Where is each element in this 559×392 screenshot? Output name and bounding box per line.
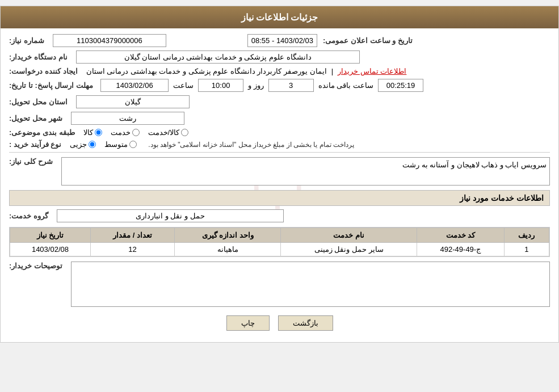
shahr-tahvil-value: رشت [71,112,184,125]
farayand-motavasset-option[interactable]: متوسط [104,140,137,149]
shomare-niaz-value: 1103004379000006 [53,34,166,47]
roz-value: 3 [268,79,314,92]
page-title: جزئیات اطلاعات نیاز [1,6,558,28]
tabaqe-khadamat-label: خدمت [111,128,131,137]
nam-dastgah-label: نام دستگاه خریدار: [9,53,68,61]
tabaqe-kala-option[interactable]: کالا [83,128,102,137]
col-tedad: تعداد / مقدار [90,228,174,243]
tosifat-textarea[interactable] [71,262,550,307]
sharh-koli-value: سرویس ایاب و ذهاب لاهیجان و آستانه به رش… [61,157,550,186]
baghimande-value: 00:25:19 [378,79,423,92]
roz-label: روز و [248,81,264,90]
tabaqe-kala-khadamat-radio[interactable] [181,129,188,136]
farayand-motavasset-label: متوسط [104,140,128,149]
chap-button[interactable]: چاپ [226,315,270,331]
col-nam-khadamat: نام خدمت [281,228,417,243]
farayand-jazee-radio[interactable] [89,141,96,148]
grohe-khadamat-value: حمل و نقل و انبارداری [57,209,284,222]
tabaqe-khadamat-option[interactable]: خدمت [111,128,140,137]
col-radif: ردیف [504,228,549,243]
farayand-jazee-label: جزیی [70,140,87,149]
nam-dastgah-value: دانشگاه علوم پزشکی و خدمات بهداشتی درمان… [76,50,360,64]
col-vahed: واحد اندازه گیری [175,228,281,243]
tarikh-saat-elan-value: 1403/02/03 - 08:55 [247,34,317,47]
baghimande-label: ساعت باقی مانده [318,81,373,90]
sharh-koli-label: شرح کلی نیاز: [9,157,53,166]
farayand-motavasset-radio[interactable] [129,141,137,148]
ostan-tahvil-label: استان محل تحویل: [9,98,68,106]
services-table: ردیف کد خدمت نام خدمت واحد اندازه گیری ت… [9,227,550,257]
etelaat-section-header: اطلاعات خدمات مورد نیاز [9,190,550,206]
saat-value: 10:00 [198,79,243,92]
tabaqe-label: طبقه بندی موضوعی: [9,128,75,137]
ostan-tahvil-value: گیلان [76,95,190,108]
ijad-konande-label: ایجاد کننده درخواست: [9,67,78,75]
tabaqe-kala-radio[interactable] [95,129,102,136]
tabaqe-kala-khadamat-option[interactable]: کالا/خدمت [148,128,189,137]
table-row: 1ج-49-49-492سایر حمل ونقل زمینیماهیانه12… [10,243,549,256]
farayand-jazee-option[interactable]: جزیی [70,140,96,149]
tabaqe-khadamat-radio[interactable] [132,129,140,136]
farayand-note: پرداخت تمام یا بخشی از مبلغ خریداز محل "… [148,141,354,149]
mohlat-label: مهلت ارسال پاسخ: تا تاریخ: [9,81,93,90]
grohe-khadamat-label: گروه خدمت: [9,212,48,220]
tarikh-value: 1403/02/06 [100,79,169,92]
noe-farayand-label: نوع فرآیند خرید : [9,140,61,149]
tosifat-label: توصیحات خریدار: [9,262,62,270]
etelaat-tamas-link[interactable]: اطلاعات تماس خریدار [338,67,406,75]
shomare-niaz-label: شماره نیاز: [9,36,44,45]
ijad-konande-value: ایمان یورصفر کاربردار دانشگاه علوم پزشکی… [86,67,327,75]
shahr-tahvil-label: شهر محل تحویل: [9,114,62,123]
tarikh-saat-elan-label: تاریخ و ساعت اعلان عمومی: [323,36,413,45]
tabaqe-kala-label: کالا [83,128,93,137]
saat-label: ساعت [173,81,194,90]
bazgasht-button[interactable]: بازگشت [278,315,333,331]
tabaqe-kala-khadamat-label: کالا/خدمت [148,128,180,137]
col-tarikh: تاریخ نیاز [10,228,91,243]
col-kod-khadamat: کد خدمت [417,228,504,243]
